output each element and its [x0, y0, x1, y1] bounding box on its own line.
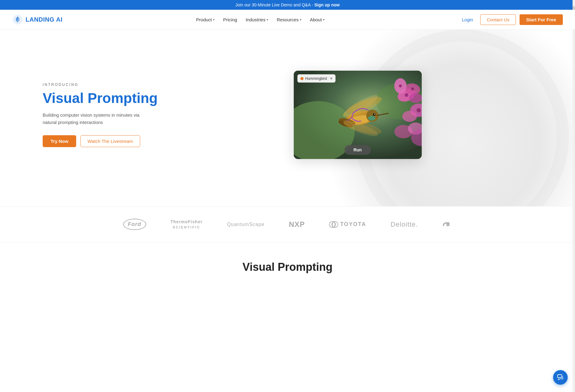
logos-section: Ford ThermoFisherSCIENTIFIC QuantumScape…: [0, 206, 575, 242]
logos-track: Ford ThermoFisherSCIENTIFIC QuantumScape…: [18, 219, 557, 230]
bottom-section: Visual Prompting: [0, 242, 575, 280]
nav-item-product[interactable]: Product ▾: [193, 15, 218, 25]
logo-icon: [12, 14, 23, 25]
nav-links: Product ▾ Pricing Industries ▾ Resources…: [193, 15, 328, 25]
svg-point-20: [368, 116, 375, 121]
nav-item-about[interactable]: About ▾: [306, 15, 328, 25]
logo-deloitte: Deloitte.: [391, 221, 418, 228]
nav-item-resources[interactable]: Resources ▾: [273, 15, 305, 25]
logo-quantumscape: QuantumScape: [227, 222, 264, 227]
logo-nxp: NXP: [289, 220, 305, 229]
svg-point-9: [402, 111, 417, 122]
card-label-text: Hummingbird: [305, 76, 327, 81]
hero-description: Building computer vision systems in minu…: [43, 111, 140, 126]
nvidia-logo-icon: [442, 221, 452, 228]
nav-item-industries[interactable]: Industries ▾: [242, 15, 272, 25]
industries-chevron-icon: ▾: [267, 18, 268, 21]
scrollbar[interactable]: [573, 0, 575, 280]
start-button[interactable]: Start For Free: [520, 14, 563, 25]
svg-point-22: [374, 114, 375, 115]
svg-point-14: [411, 87, 414, 90]
card-dropdown-icon[interactable]: ▾: [330, 76, 332, 81]
logo-text: LANDING AI: [26, 16, 62, 23]
logo[interactable]: LANDING AI: [12, 14, 62, 25]
watch-livestream-button[interactable]: Watch The Livestream: [80, 135, 140, 147]
hero-title: Visual Prompting: [43, 90, 165, 106]
toyota-logo-icon: [329, 221, 338, 228]
announcement-link[interactable]: Sign up now: [314, 2, 339, 7]
hero-content: INTRODUCING Visual Prompting Building co…: [43, 83, 165, 147]
nav-item-pricing[interactable]: Pricing: [219, 15, 241, 25]
try-now-button[interactable]: Try Now: [43, 135, 76, 147]
svg-point-13: [405, 93, 408, 97]
card-label-bar: Hummingbird ▾: [297, 74, 335, 83]
logo-ford: Ford: [123, 219, 146, 230]
svg-point-7: [409, 93, 422, 103]
card-run-button[interactable]: Run: [344, 145, 371, 155]
bottom-title: Visual Prompting: [12, 261, 563, 274]
resources-chevron-icon: ▾: [300, 18, 301, 21]
about-chevron-icon: ▾: [323, 18, 325, 21]
svg-point-34: [332, 222, 335, 227]
svg-point-16: [417, 108, 421, 112]
announcement-text: Join our 30-Minute Live Demo and Q&A -: [235, 2, 314, 7]
hero-section: INTRODUCING Visual Prompting Building co…: [0, 30, 575, 206]
logo-thermofisher: ThermoFisherSCIENTIFIC: [171, 219, 203, 230]
nav-actions: Login Contact Us Start For Free: [458, 14, 563, 25]
announcement-bar: Join our 30-Minute Live Demo and Q&A - S…: [0, 0, 575, 10]
navbar: LANDING AI Product ▾ Pricing Industries …: [0, 10, 575, 30]
label-dot: [300, 77, 303, 80]
svg-point-15: [399, 84, 402, 87]
contact-button[interactable]: Contact Us: [480, 14, 516, 25]
logo-toyota: TOYOTA: [329, 221, 366, 228]
hero-buttons: Try Now Watch The Livestream: [43, 135, 165, 147]
logo-nvidia: [442, 221, 452, 228]
svg-rect-35: [448, 222, 449, 226]
hero-card-image: Hummingbird ▾ Run: [294, 71, 422, 159]
product-chevron-icon: ▾: [213, 18, 215, 21]
hero-card: Hummingbird ▾ Run: [294, 71, 422, 159]
login-button[interactable]: Login: [458, 15, 477, 25]
hero-image-area: Hummingbird ▾ Run: [165, 71, 551, 159]
hero-introducing: INTRODUCING: [43, 83, 165, 87]
